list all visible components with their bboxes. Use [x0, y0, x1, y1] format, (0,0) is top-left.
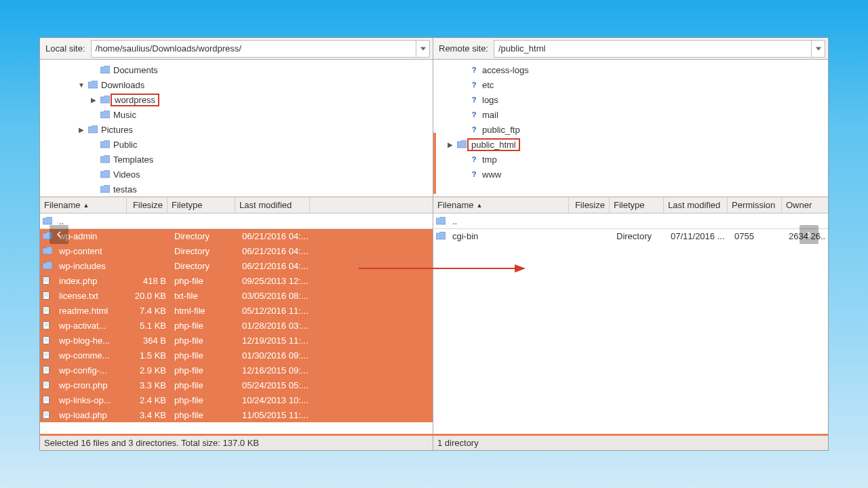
tree-expand-icon[interactable]: ▶ [77, 126, 86, 134]
file-type: php-file [170, 365, 238, 375]
nav-prev-button[interactable] [50, 225, 68, 244]
svg-marker-7 [100, 140, 110, 148]
tree-expand-icon[interactable]: ▼ [77, 81, 86, 89]
svg-marker-56 [436, 217, 446, 224]
tree-item-label: public_html [467, 138, 520, 151]
file-row[interactable]: readme.html7.4 KBhtml-file05/12/2016 11:… [40, 303, 433, 318]
col-owner[interactable]: Owner [782, 197, 828, 213]
svg-marker-6 [88, 125, 98, 133]
col-filename[interactable]: Filename▲ [40, 197, 127, 213]
svg-marker-57 [436, 232, 446, 239]
file-size: 2.9 KB [130, 365, 170, 375]
file-type: php-file [170, 350, 238, 361]
file-type: html-file [170, 306, 238, 316]
file-row[interactable]: wp-activat...5.1 KBphp-file01/28/2016 03… [40, 318, 433, 333]
col-lastmod[interactable]: Last modified [664, 197, 728, 213]
file-row[interactable]: wp-config-...2.9 KBphp-file12/16/2015 09… [40, 363, 433, 378]
file-modified: 05/24/2015 05:... [238, 380, 313, 390]
chevron-down-icon [816, 46, 821, 52]
tree-item-label: tmp [482, 155, 497, 165]
nav-next-button[interactable] [800, 225, 818, 244]
local-tree-pane[interactable]: Documents▼Downloads▶wordpressMusic▶Pictu… [40, 60, 433, 197]
file-name: wp-cron.php [55, 380, 130, 390]
tree-item[interactable]: ?logs [433, 92, 828, 107]
tree-item[interactable]: testas [40, 182, 433, 197]
tree-item[interactable]: ?etc [433, 77, 828, 92]
tree-item[interactable]: ▼Downloads [40, 77, 433, 92]
file-icon [43, 380, 52, 390]
file-type: Directory [612, 231, 667, 241]
file-row[interactable]: wp-load.php3.4 KBphp-file11/05/2015 11:.… [40, 407, 433, 422]
file-name: index.php [55, 276, 130, 286]
parent-dir-row[interactable]: .. [433, 214, 828, 228]
local-path-input[interactable] [92, 43, 416, 54]
col-filetype[interactable]: Filetype [610, 197, 664, 213]
col-permission[interactable]: Permission [728, 197, 782, 213]
tree-item-label: www [482, 169, 501, 180]
file-modified: 03/05/2016 08:... [238, 291, 313, 301]
file-row[interactable]: wp-blog-he...364 Bphp-file12/19/2015 11:… [40, 333, 433, 348]
remote-columns-header[interactable]: Filename▲ Filesize Filetype Last modifie… [433, 197, 828, 214]
col-filename[interactable]: Filename▲ [433, 197, 569, 213]
local-path-dropdown-button[interactable] [416, 41, 429, 57]
file-row[interactable]: wp-links-op...2.4 KBphp-file10/24/2013 1… [40, 392, 433, 407]
file-row[interactable]: license.txt20.0 KBtxt-file03/05/2016 08:… [40, 288, 433, 303]
tree-item[interactable]: ?mail [433, 107, 828, 122]
col-filetype[interactable]: Filetype [167, 197, 235, 213]
pane-splitter-handle[interactable] [433, 133, 436, 194]
local-path-combo[interactable] [91, 40, 430, 58]
file-size: 20.0 KB [130, 291, 170, 301]
tree-item[interactable]: ?access-logs [433, 62, 828, 77]
tree-item[interactable]: ▶Pictures [40, 122, 433, 137]
tree-item[interactable]: ?public_ftp [433, 122, 828, 137]
remote-path-input[interactable] [494, 43, 811, 54]
tree-item[interactable]: ?tmp [433, 152, 828, 167]
folder-icon [100, 65, 111, 75]
file-modified: 06/21/2016 04:... [238, 246, 313, 256]
remote-tree-pane[interactable]: ?access-logs?etc?logs?mail?public_ftp▶pu… [433, 60, 828, 197]
file-name: readme.html [55, 306, 130, 316]
file-icon [43, 350, 52, 360]
remote-file-list[interactable]: Filename▲ Filesize Filetype Last modifie… [433, 197, 828, 434]
tree-item-label: public_ftp [482, 125, 520, 135]
file-type: Directory [170, 261, 238, 271]
col-filesize[interactable]: Filesize [569, 197, 610, 213]
parent-dir-row[interactable]: .. [40, 214, 433, 228]
tree-item-label: testas [113, 184, 137, 195]
col-lastmod[interactable]: Last modified [235, 197, 310, 213]
local-columns-header[interactable]: Filename▲ Filesize Filetype Last modifie… [40, 197, 433, 214]
chevron-left-icon [56, 231, 62, 238]
tree-item[interactable]: Videos [40, 167, 433, 182]
file-type: php-file [170, 395, 238, 405]
file-row[interactable]: wp-cron.php3.3 KBphp-file05/24/2015 05:.… [40, 378, 433, 392]
svg-marker-0 [420, 47, 426, 50]
file-size: 3.3 KB [130, 380, 170, 390]
folder-icon [100, 155, 111, 164]
local-status-text: Selected 16 files and 3 directories. Tot… [40, 436, 433, 450]
folder-icon [436, 231, 446, 241]
file-modified: 10/24/2013 10:... [238, 395, 313, 405]
col-filesize[interactable]: Filesize [127, 197, 167, 213]
tree-item[interactable]: Public [40, 137, 433, 152]
tree-expand-icon[interactable]: ▶ [446, 141, 455, 148]
tree-item[interactable]: Music [40, 107, 433, 122]
file-size: 418 B [130, 276, 170, 286]
remote-path-dropdown-button[interactable] [811, 41, 825, 57]
tree-item[interactable]: ▶wordpress [40, 92, 433, 107]
remote-path-combo[interactable] [494, 40, 825, 58]
folder-icon [100, 110, 111, 119]
file-icon [43, 321, 52, 330]
file-row[interactable]: cgi-binDirectory07/11/2016 ...07552634 2… [433, 228, 828, 243]
file-row[interactable]: wp-comme...1.5 KBphp-file01/30/2016 09:.… [40, 348, 433, 363]
file-icon [43, 306, 52, 315]
tree-expand-icon[interactable]: ▶ [89, 96, 98, 104]
tree-item[interactable]: ?www [433, 167, 828, 182]
tree-item[interactable]: Templates [40, 152, 433, 167]
file-permissions: 0755 [730, 231, 785, 241]
tree-item[interactable]: Documents [40, 62, 433, 77]
file-size: 3.4 KB [130, 410, 170, 420]
file-row[interactable]: wp-adminDirectory06/21/2016 04:... [40, 228, 433, 243]
local-file-list[interactable]: Filename▲ Filesize Filetype Last modifie… [40, 197, 433, 434]
file-row[interactable]: wp-contentDirectory06/21/2016 04:... [40, 243, 433, 258]
tree-item[interactable]: ▶public_html [433, 137, 828, 152]
